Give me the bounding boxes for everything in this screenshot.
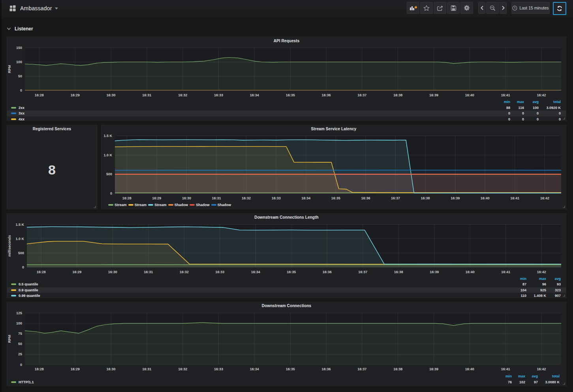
legend-column-header[interactable]: avg: [554, 276, 561, 282]
series-color-icon[interactable]: [11, 113, 16, 114]
legend-column-header[interactable]: max: [517, 99, 524, 105]
x-tick-label: 16:37: [358, 270, 367, 274]
x-tick-label: 16:32: [178, 93, 187, 97]
row-title: Listener: [15, 26, 33, 32]
clock-icon: [512, 6, 517, 11]
series-color-icon[interactable]: [11, 289, 16, 291]
legend-value: 110: [520, 293, 526, 297]
series-name[interactable]: 0.99 quantile: [19, 294, 40, 297]
y-tick-label: 0: [20, 88, 22, 92]
legend-value: 96: [542, 281, 546, 287]
share-button[interactable]: [434, 2, 446, 14]
legend-item[interactable]: Stream: [108, 203, 127, 207]
zoom-out-button[interactable]: [486, 2, 499, 14]
add-panel-button[interactable]: [407, 2, 419, 14]
legend-column-header[interactable]: avg: [532, 99, 539, 105]
series-color-icon[interactable]: [11, 295, 16, 296]
legend-item[interactable]: Stream: [148, 203, 167, 207]
legend-column-header[interactable]: avg: [532, 373, 538, 379]
panel-title[interactable]: API Requests: [7, 39, 566, 43]
series-color-icon[interactable]: [11, 381, 16, 383]
series-name: Stream: [154, 203, 167, 207]
panel-title[interactable]: Registered Services: [7, 127, 97, 131]
series-name[interactable]: 0.5 quantile: [19, 282, 38, 286]
series-name[interactable]: HTTP/1.1: [19, 380, 34, 384]
singlestat-value: 8: [7, 135, 97, 204]
legend-value: 116: [518, 105, 524, 111]
row-toggle-listener[interactable]: Listener: [7, 25, 33, 33]
legend-value: 0: [537, 111, 539, 116]
legend-item[interactable]: Stream: [128, 203, 147, 207]
stream-service-latency-chart: 05001.0 K1.5 K16:2816:2916:3016:3116:321…: [101, 125, 566, 209]
x-tick-label: 16:33: [215, 270, 224, 274]
legend-column-header[interactable]: max: [539, 276, 546, 282]
series-color-icon[interactable]: [11, 107, 16, 109]
series-name[interactable]: 0.9 quantile: [19, 288, 38, 292]
panel-resize-handle[interactable]: [562, 382, 565, 385]
x-tick-label: 16:30: [106, 93, 115, 97]
legend-column-header[interactable]: total: [552, 373, 560, 379]
legend-column-header[interactable]: min: [504, 99, 510, 105]
series-name[interactable]: 3xx: [19, 111, 24, 115]
refresh-icon: [556, 6, 563, 11]
series-name[interactable]: 4xx: [19, 117, 24, 121]
time-picker-button[interactable]: Last 15 minutes: [511, 2, 550, 14]
x-tick-label: 16:41: [510, 196, 519, 200]
series-color-icon: [128, 204, 133, 206]
legend-column-header[interactable]: min: [520, 276, 526, 282]
legend-value: 925: [540, 287, 546, 293]
legend-item[interactable]: Shadow: [190, 203, 210, 207]
legend-column-header[interactable]: max: [518, 373, 525, 379]
refresh-button[interactable]: [553, 2, 566, 15]
legend-row: 4xx0000: [7, 116, 566, 121]
legend: minmaxavgtotal2xx881161003.0920 K3xx0000…: [7, 99, 566, 121]
time-back-button[interactable]: [478, 2, 485, 14]
series-color-icon: [190, 204, 195, 206]
star-button[interactable]: [420, 2, 433, 14]
x-tick-label: 16:35: [286, 367, 295, 371]
time-forward-button[interactable]: [500, 2, 507, 14]
legend-value: 0: [522, 116, 524, 121]
x-tick-label: 16:41: [501, 367, 510, 371]
save-button[interactable]: [447, 2, 460, 14]
legend-item[interactable]: Shadow: [168, 203, 188, 207]
series-name[interactable]: 2xx: [19, 106, 24, 110]
side-menu-edge: [0, 0, 2, 392]
dashboard-title[interactable]: Ambassador: [20, 5, 52, 11]
dashboard-switcher[interactable]: Ambassador: [9, 5, 58, 12]
panel-title[interactable]: Downstream Connections Length: [7, 215, 566, 219]
time-navigation: [478, 2, 507, 14]
panel-resize-handle[interactable]: [93, 205, 96, 208]
legend-value: 0: [508, 116, 510, 121]
legend-column-header[interactable]: total: [553, 99, 561, 105]
x-tick-label: 16:35: [287, 270, 296, 274]
panel-title[interactable]: Downstream Connections: [7, 304, 566, 308]
settings-button[interactable]: [460, 2, 473, 14]
legend-item[interactable]: Shadow: [211, 203, 231, 207]
panel-resize-handle[interactable]: [562, 116, 565, 120]
panel-title[interactable]: Stream Service Latency: [101, 127, 566, 131]
series-color-icon[interactable]: [11, 118, 16, 120]
legend-value: 0: [559, 116, 561, 121]
x-tick-label: 16:31: [144, 270, 153, 274]
y-tick-label: 100: [16, 60, 22, 64]
panel-resize-handle[interactable]: [562, 205, 565, 208]
legend-header-row: minmaxavgtotal: [7, 99, 566, 105]
panel-resize-handle[interactable]: [562, 294, 565, 297]
x-tick-label: 16:40: [465, 367, 474, 371]
legend-column-header[interactable]: min: [505, 373, 512, 379]
legend-row: 3xx0000: [7, 111, 566, 116]
x-tick-label: 16:39: [451, 196, 460, 200]
x-tick-label: 16:38: [421, 196, 430, 200]
series-color-icon[interactable]: [11, 283, 16, 285]
legend: StreamStreamStreamShadowShadowShadow: [108, 202, 233, 208]
y-tick-label: 50: [18, 342, 22, 346]
x-tick-label: 16:37: [357, 93, 366, 97]
legend-value: 100: [533, 105, 539, 111]
y-tick-label: 0: [22, 265, 24, 269]
x-tick-label: 16:34: [301, 196, 310, 200]
star-icon: [423, 5, 430, 11]
x-tick-label: 16:39: [429, 93, 438, 97]
y-axis-label: milliseconds: [8, 235, 11, 257]
x-tick-label: 16:30: [182, 196, 191, 200]
